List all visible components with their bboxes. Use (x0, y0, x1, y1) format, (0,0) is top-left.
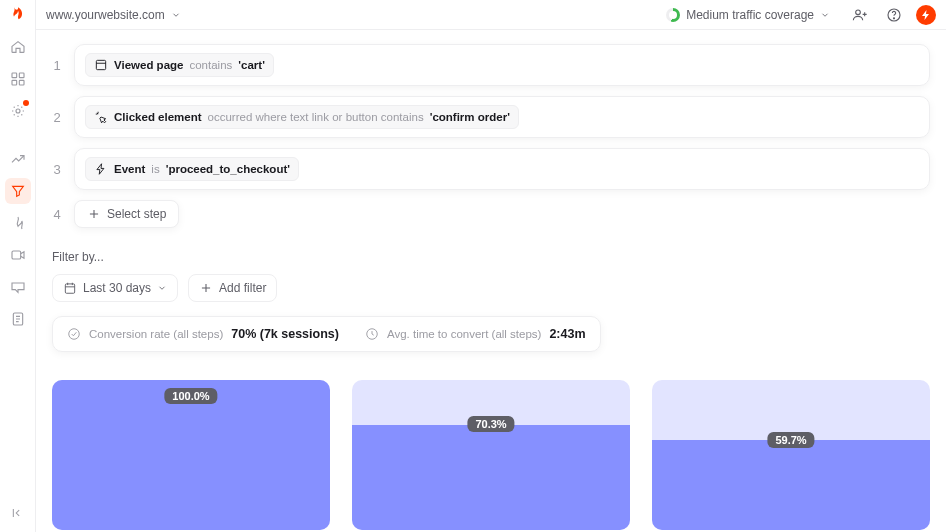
nav-group-observe (5, 146, 31, 332)
step-op: occurred where text link or button conta… (208, 111, 424, 123)
svg-rect-0 (12, 73, 17, 78)
main-content: 1 Viewed page contains 'cart' 2 Clicked … (36, 30, 946, 532)
stat-avg-time-label: Avg. time to convert (all steps) (387, 328, 541, 340)
traffic-coverage-label: Medium traffic coverage (686, 8, 814, 22)
stat-conversion: Conversion rate (all steps) 70% (7k sess… (67, 327, 339, 341)
stat-avg-time: Avg. time to convert (all steps) 2:43m (365, 327, 586, 341)
step-row: 1 Viewed page contains 'cart' (52, 44, 930, 86)
account-avatar[interactable] (916, 5, 936, 25)
calendar-icon (63, 281, 77, 295)
logo-hotjar (10, 6, 26, 22)
nav-heatmaps[interactable] (5, 210, 31, 236)
page-icon (94, 58, 108, 72)
topbar-right: Medium traffic coverage (658, 3, 936, 27)
nav-recordings[interactable] (5, 242, 31, 268)
plus-icon (87, 207, 101, 221)
funnel-bar[interactable]: 70.3% (352, 380, 630, 530)
nav-trends[interactable] (5, 146, 31, 172)
funnel-definition: 1 Viewed page contains 'cart' 2 Clicked … (52, 44, 930, 228)
svg-rect-3 (19, 80, 24, 85)
check-circle-icon (67, 327, 81, 341)
step-number: 4 (52, 207, 62, 222)
step-kind: Event (114, 163, 145, 175)
funnel-column: 70.3% 2 63style="font-weight:600" data-n… (352, 380, 630, 532)
step-chip[interactable]: Viewed page contains 'cart' (85, 53, 274, 77)
chevron-down-icon (157, 283, 167, 293)
filter-section: Filter by... Last 30 days Add filter (52, 250, 930, 302)
bolt-icon (94, 162, 108, 176)
gauge-icon (666, 8, 680, 22)
funnel-bar[interactable]: 100.0% (52, 380, 330, 530)
nav-feedback[interactable] (5, 274, 31, 300)
step-row: 2 Clicked element occurred where text li… (52, 96, 930, 138)
user-plus-icon (852, 7, 868, 23)
step-value: 'proceed_to_checkout' (166, 163, 290, 175)
site-picker-label: www.yourwebsite.com (46, 8, 165, 22)
funnel-bar-fill (352, 425, 630, 530)
svg-point-12 (69, 329, 80, 340)
stat-conversion-value: 70% (7k sessions) (231, 327, 339, 341)
step-value: 'confirm order' (430, 111, 510, 123)
invite-button[interactable] (848, 3, 872, 27)
nav-home[interactable] (5, 34, 31, 60)
nav-dashboards[interactable] (5, 66, 31, 92)
step-number: 2 (52, 110, 62, 125)
funnel-bar[interactable]: 59.7% (652, 380, 930, 530)
nav-surveys[interactable] (5, 306, 31, 332)
step-kind: Viewed page (114, 59, 183, 71)
add-step-cell: Select step (74, 200, 930, 228)
nav-collapse[interactable] (5, 500, 31, 526)
step-row: 3 Event is 'proceed_to_checkout' (52, 148, 930, 190)
step-chip[interactable]: Event is 'proceed_to_checkout' (85, 157, 299, 181)
step-value: 'cart' (238, 59, 265, 71)
add-step-label: Select step (107, 207, 166, 221)
funnel-bar-pct: 70.3% (467, 416, 514, 432)
svg-rect-11 (65, 284, 74, 293)
step-card[interactable]: Clicked element occurred where text link… (74, 96, 930, 138)
topbar: www.yourwebsite.com Medium traffic cover… (36, 0, 946, 30)
help-button[interactable] (882, 3, 906, 27)
site-picker[interactable]: www.yourwebsite.com (46, 8, 181, 22)
stat-avg-time-value: 2:43m (549, 327, 585, 341)
funnel-column: 59.7% 3 Event is 'proceed_to_checkout' 7… (652, 380, 930, 532)
add-filter-button[interactable]: Add filter (188, 274, 277, 302)
clock-icon (365, 327, 379, 341)
step-chip[interactable]: Clicked element occurred where text link… (85, 105, 519, 129)
stats-card: Conversion rate (all steps) 70% (7k sess… (52, 316, 601, 352)
funnel-bar-pct: 100.0% (164, 388, 217, 404)
step-kind: Clicked element (114, 111, 202, 123)
date-range-label: Last 30 days (83, 281, 151, 295)
funnel-chart: 100.0% 1 View page contails 'cart' 123.4… (52, 380, 930, 532)
funnel-bar-fill (652, 440, 930, 530)
svg-rect-2 (12, 80, 17, 85)
traffic-coverage[interactable]: Medium traffic coverage (658, 4, 838, 26)
help-icon (886, 7, 902, 23)
nav-funnels[interactable] (5, 178, 31, 204)
plus-icon (199, 281, 213, 295)
step-number: 3 (52, 162, 62, 177)
add-step-button[interactable]: Select step (74, 200, 179, 228)
step-row: 4 Select step (52, 200, 930, 228)
svg-rect-1 (19, 73, 24, 78)
filter-controls: Last 30 days Add filter (52, 274, 930, 302)
step-op: contains (189, 59, 232, 71)
nav-group-top (5, 34, 31, 124)
svg-rect-10 (96, 60, 105, 69)
svg-point-9 (893, 17, 894, 18)
svg-point-4 (16, 109, 20, 113)
nav-highlights[interactable] (5, 98, 31, 124)
flash-icon (920, 9, 932, 21)
funnel-column: 100.0% 1 View page contails 'cart' 123.4… (52, 380, 330, 532)
left-nav-rail (0, 0, 36, 532)
svg-point-7 (856, 10, 861, 15)
chevron-down-icon (820, 10, 830, 20)
date-range-picker[interactable]: Last 30 days (52, 274, 178, 302)
step-op: is (151, 163, 159, 175)
filter-title: Filter by... (52, 250, 930, 264)
step-card[interactable]: Viewed page contains 'cart' (74, 44, 930, 86)
cursor-click-icon (94, 110, 108, 124)
step-number: 1 (52, 58, 62, 73)
stat-conversion-label: Conversion rate (all steps) (89, 328, 223, 340)
step-card[interactable]: Event is 'proceed_to_checkout' (74, 148, 930, 190)
svg-rect-5 (12, 251, 21, 259)
